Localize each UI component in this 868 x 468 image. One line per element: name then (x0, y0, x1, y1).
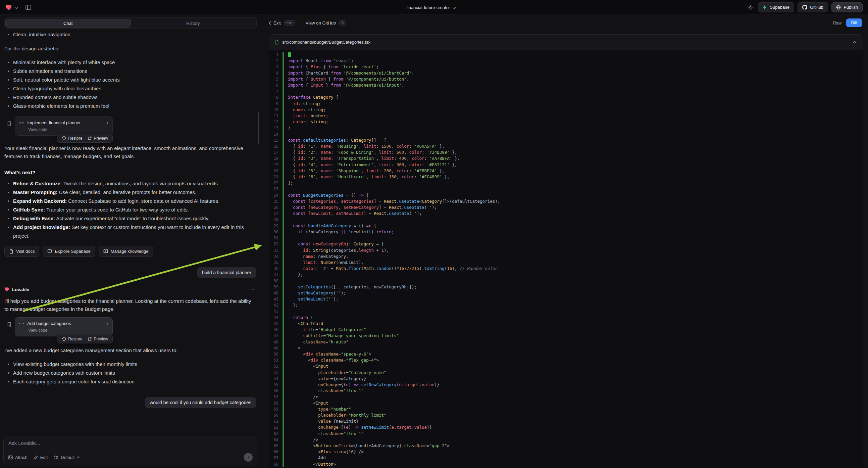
bookmark-icon[interactable] (7, 121, 11, 127)
line-number: 25 (269, 198, 282, 204)
code-toolbar: Exit esc View on GitHub 6 Raw Diff (261, 15, 868, 31)
code-line: 50 <div className="space-y-6"> (269, 351, 863, 357)
code-line: 22]; (269, 180, 863, 186)
restore-button[interactable]: Restore (59, 336, 85, 342)
code-line: 7 (269, 88, 863, 94)
user-message-row: would be cool if you could add budget ca… (4, 397, 256, 408)
publish-button[interactable]: Publish (831, 2, 863, 12)
line-number: 19 (269, 162, 282, 168)
code-line: 3import { Plus } from 'lucide-react'; (269, 64, 863, 70)
line-number: 68 (269, 461, 282, 467)
line-number: 16 (269, 143, 282, 149)
code-line: 11 limit: number; (269, 113, 863, 119)
diff-toggle-button[interactable]: Diff (846, 19, 862, 27)
code-line: 18 { id: '3', name: 'Transportation', li… (269, 155, 863, 162)
line-number: 49 (269, 345, 282, 351)
project-switcher[interactable]: financial-future-creator (406, 0, 456, 15)
code-line: 6import { Input } from '@/components/ui/… (269, 82, 863, 88)
line-number: 52 (269, 363, 282, 369)
line-number: 11 (269, 113, 282, 119)
code-line: 32 const newCategoryObj: Category = { (269, 241, 863, 247)
code-line: 10 name: string; (269, 107, 863, 113)
gear-icon (748, 4, 753, 10)
edit-button[interactable]: Edit (34, 455, 48, 460)
list-item: Subtle animations and transitions (4, 67, 256, 76)
tab-chat[interactable]: Chat (5, 19, 131, 28)
chat-input[interactable] (8, 440, 252, 446)
restore-preview-toolbar: Restore Preview (57, 134, 113, 143)
code-line: 28 (269, 216, 863, 223)
explore-supabase-button[interactable]: Explore Supabase (42, 246, 95, 257)
code-line: 55 onChange={(e) => setNewCategory(e.tar… (269, 382, 863, 388)
sidebar-toggle-button[interactable] (24, 3, 33, 11)
line-number: 30 (269, 229, 282, 235)
raw-toggle-button[interactable]: Raw (833, 21, 841, 26)
settings-button[interactable] (746, 3, 754, 11)
code-editor[interactable]: 12import React from 'react';3import { Pl… (269, 50, 863, 468)
restore-button[interactable]: Restore (59, 135, 85, 141)
code-line: 27 const [newLimit, setNewLimit] = React… (269, 210, 863, 216)
line-number: 65 (269, 443, 282, 449)
line-number: 28 (269, 216, 282, 223)
quick-actions-row: Visit docs Explore Supabase Manage knowl… (4, 246, 256, 257)
line-number: 3 (269, 64, 282, 70)
line-number: 47 (269, 333, 282, 339)
view-on-github-link[interactable]: View on GitHub (306, 21, 336, 26)
code-file-card: src/components/budget/BudgetCategories.t… (269, 34, 863, 468)
list-item: Clean, intuitive navigation (4, 30, 256, 39)
bookmark-icon[interactable] (7, 322, 11, 328)
line-number: 35 (269, 260, 282, 266)
code-line: 44 return ( (269, 315, 863, 321)
line-number: 22 (269, 180, 282, 186)
code-line: 14 (269, 131, 863, 137)
chat-panel: Chat History Clean, intuitive navigation… (0, 15, 261, 468)
code-line: 34 name: newCategory, (269, 254, 863, 260)
lovable-logo[interactable] (5, 4, 12, 10)
list-item: Expand with Backend: Connect Supabase to… (4, 197, 256, 205)
view-code-link[interactable]: View code (28, 328, 108, 333)
book-icon (103, 249, 108, 254)
code-line: 23 (269, 186, 863, 192)
line-number: 9 (269, 101, 282, 107)
message-menu-button[interactable]: ··· (249, 286, 256, 292)
attach-button[interactable]: Attach (8, 455, 28, 460)
exit-button[interactable]: Exit (269, 21, 281, 26)
chat-message-list[interactable]: Clean, intuitive navigation For the desi… (0, 30, 261, 434)
collapse-file-button[interactable] (851, 39, 858, 45)
visit-docs-button[interactable]: Visit docs (4, 246, 39, 257)
preview-button[interactable]: Preview (85, 135, 111, 141)
chat-scrollbar[interactable] (258, 113, 259, 144)
line-number: 13 (269, 125, 282, 131)
summary-bullet-list: View existing budget categories with the… (4, 360, 256, 386)
github-icon (802, 5, 807, 10)
document-icon (9, 249, 13, 254)
code-line: 58 <Input (269, 400, 863, 406)
code-line: 62 onChange={(e) => setNewLimit(e.target… (269, 425, 863, 430)
code-line: 29 const handleAddCategory = () => { (269, 223, 863, 229)
line-number: 32 (269, 241, 282, 247)
line-number: 57 (269, 394, 282, 400)
manage-knowledge-button[interactable]: Manage knowledge (99, 246, 153, 257)
mode-selector[interactable]: Default (54, 455, 80, 460)
chevron-right-icon (106, 321, 108, 326)
supabase-button[interactable]: Supabase (758, 2, 794, 12)
code-line: 21 { id: '6', name: 'Healthcare', limit:… (269, 174, 863, 180)
tab-history[interactable]: History (131, 19, 256, 28)
send-button[interactable]: ↑ (244, 453, 253, 462)
tool-card-add-budget-categories[interactable]: <> Add budget categories View code Resto… (15, 317, 113, 337)
line-number: 1 (269, 52, 282, 58)
assistant-intro-paragraph: I'll help you add budget categories to t… (4, 297, 255, 313)
code-line: 56 className="flex-1" (269, 388, 863, 394)
topbar: financial-future-creator Supabase GitHub… (0, 0, 868, 15)
code-line: 53 placeholder="Category name" (269, 370, 863, 376)
github-button[interactable]: GitHub (798, 2, 828, 12)
chat-composer: Attach Edit Default ↑ (3, 436, 257, 465)
tool-card-implement-financial-planner[interactable]: <> Implement financial planner View code… (15, 117, 113, 136)
view-code-link[interactable]: View code (28, 127, 108, 132)
code-icon: <> (19, 120, 24, 125)
file-header[interactable]: src/components/budget/BudgetCategories.t… (269, 35, 863, 50)
lovable-heart-icon (4, 287, 9, 292)
list-item: GitHub Sync: Transfer your project's cod… (4, 205, 256, 214)
preview-button[interactable]: Preview (85, 336, 111, 342)
workspace-chevron-icon[interactable] (15, 4, 18, 10)
